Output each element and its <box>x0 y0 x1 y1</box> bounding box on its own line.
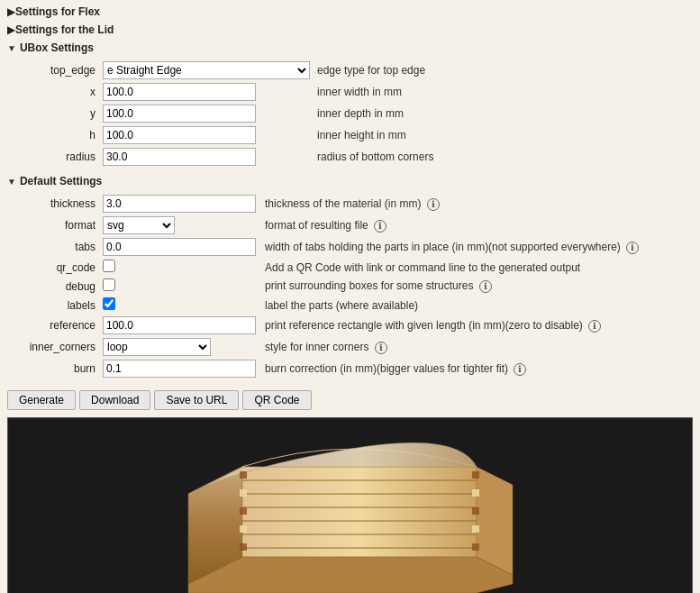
ubox-section: ▼ UBox Settings top_edge e Straight Edge… <box>7 40 693 171</box>
ubox-settings-table: top_edge e Straight Edge f Finger Joint … <box>18 59 693 168</box>
qr-code-label: qr_code <box>18 258 99 277</box>
debug-row: debug print surrounding boxes for some s… <box>18 277 693 296</box>
svg-rect-19 <box>240 507 247 515</box>
ubox-section-title: UBox Settings <box>20 41 94 54</box>
svg-marker-11 <box>188 557 513 593</box>
main-container: ▶ Settings for Flex ▶ Settings for the L… <box>0 0 700 593</box>
reference-row: reference print reference rectangle with… <box>18 315 693 336</box>
h-row: h inner height in mm <box>18 124 693 146</box>
radius-input-cell <box>99 146 314 168</box>
lid-arrow-icon: ▶ <box>7 23 15 36</box>
save-to-url-button[interactable]: Save to URL <box>154 390 239 410</box>
burn-input-cell <box>99 358 261 379</box>
thickness-input-cell <box>99 193 261 214</box>
reference-desc: print reference rectangle with given len… <box>261 315 693 336</box>
top-edge-desc: edge type for top edge <box>314 59 693 81</box>
top-edge-select-cell: e Straight Edge f Finger Joint h Hinged … <box>99 59 314 81</box>
burn-info-icon[interactable]: ℹ <box>514 363 526 376</box>
lid-section: ▶ Settings for the Lid <box>7 22 693 38</box>
radius-input[interactable] <box>103 148 256 166</box>
default-section-title: Default Settings <box>20 175 102 187</box>
flex-arrow-icon: ▶ <box>7 5 15 18</box>
default-section-content: thickness thickness of the material (in … <box>7 189 693 383</box>
inner-corners-info-icon[interactable]: ℹ <box>375 342 387 354</box>
default-section: ▼ Default Settings thickness thickness o… <box>7 173 693 383</box>
burn-desc: burn correction (in mm)(bigger values fo… <box>261 358 693 379</box>
tabs-info-icon[interactable]: ℹ <box>626 242 639 254</box>
y-input-cell <box>99 103 314 124</box>
h-label: h <box>18 124 99 146</box>
qr-code-checkbox-cell <box>99 258 261 277</box>
default-settings-table: thickness thickness of the material (in … <box>18 193 693 379</box>
tabs-input-cell <box>99 236 261 258</box>
radius-desc: radius of bottom corners <box>314 146 693 168</box>
reference-label: reference <box>18 315 99 336</box>
tabs-label: tabs <box>18 236 99 258</box>
inner-corners-row: inner_corners loop corner backtrack styl… <box>18 336 693 358</box>
default-arrow-icon: ▼ <box>7 177 16 187</box>
radius-row: radius radius of bottom corners <box>18 146 693 168</box>
top-edge-select[interactable]: e Straight Edge f Finger Joint h Hinged … <box>103 61 310 79</box>
inner-corners-label: inner_corners <box>18 336 99 358</box>
inner-corners-desc: style for inner corners ℹ <box>261 336 693 358</box>
labels-row: labels label the parts (where available) <box>18 296 693 315</box>
h-input-cell <box>99 124 314 146</box>
burn-label: burn <box>18 358 99 379</box>
svg-rect-14 <box>472 507 479 515</box>
default-section-header[interactable]: ▼ Default Settings <box>7 173 693 189</box>
x-input-cell <box>99 81 314 103</box>
top-edge-row: top_edge e Straight Edge f Finger Joint … <box>18 59 693 81</box>
radius-label: radius <box>18 146 99 168</box>
format-select[interactable]: svg pdf dxf ps <box>103 216 175 234</box>
download-button[interactable]: Download <box>79 390 150 410</box>
thickness-info-icon[interactable]: ℹ <box>427 198 440 211</box>
h-desc: inner height in mm <box>314 124 693 146</box>
tabs-row: tabs width of tabs holding the parts in … <box>18 236 693 258</box>
format-info-icon[interactable]: ℹ <box>374 220 386 233</box>
ubox-section-content: top_edge e Straight Edge f Finger Joint … <box>7 56 693 171</box>
qr-code-button[interactable]: QR Code <box>242 390 311 410</box>
svg-rect-12 <box>472 471 479 479</box>
debug-label: debug <box>18 277 99 296</box>
reference-info-icon[interactable]: ℹ <box>588 320 601 333</box>
lid-section-title: Settings for the Lid <box>15 23 114 36</box>
labels-checkbox[interactable] <box>103 297 115 310</box>
x-label: x <box>18 81 99 103</box>
y-desc: inner depth in mm <box>314 103 693 124</box>
tabs-input[interactable] <box>103 238 256 256</box>
reference-input[interactable] <box>103 316 256 334</box>
format-desc: format of resulting file ℹ <box>261 214 693 236</box>
flex-section-header[interactable]: ▶ Settings for Flex <box>7 4 693 20</box>
svg-rect-20 <box>240 525 247 533</box>
top-edge-label: top_edge <box>18 59 99 81</box>
x-row: x inner width in mm <box>18 81 693 103</box>
debug-info-icon[interactable]: ℹ <box>479 280 492 293</box>
y-input[interactable] <box>103 105 256 123</box>
burn-input[interactable] <box>103 360 256 378</box>
svg-rect-15 <box>472 525 479 533</box>
thickness-row: thickness thickness of the material (in … <box>18 193 693 214</box>
flex-section-title: Settings for Flex <box>15 5 100 18</box>
qr-code-checkbox[interactable] <box>103 260 115 272</box>
debug-checkbox-cell <box>99 277 261 296</box>
preview-image <box>134 422 567 593</box>
format-select-cell: svg pdf dxf ps <box>99 214 261 236</box>
thickness-input[interactable] <box>103 195 256 213</box>
x-input[interactable] <box>103 83 256 101</box>
burn-row: burn burn correction (in mm)(bigger valu… <box>18 358 693 379</box>
inner-corners-select-cell: loop corner backtrack <box>99 336 261 358</box>
svg-rect-13 <box>472 489 479 497</box>
format-row: format svg pdf dxf ps format of resultin… <box>18 214 693 236</box>
preview-container <box>7 417 693 593</box>
debug-checkbox[interactable] <box>103 278 115 291</box>
qr-code-desc: Add a QR Code with link or command line … <box>261 258 693 277</box>
ubox-section-header[interactable]: ▼ UBox Settings <box>7 40 693 56</box>
labels-label: labels <box>18 296 99 315</box>
lid-section-header[interactable]: ▶ Settings for the Lid <box>7 22 693 38</box>
generate-button[interactable]: Generate <box>7 390 76 410</box>
svg-rect-17 <box>240 471 247 479</box>
h-input[interactable] <box>103 126 256 144</box>
action-buttons: Generate Download Save to URL QR Code <box>7 390 693 410</box>
thickness-label: thickness <box>18 193 99 214</box>
inner-corners-select[interactable]: loop corner backtrack <box>103 338 211 356</box>
